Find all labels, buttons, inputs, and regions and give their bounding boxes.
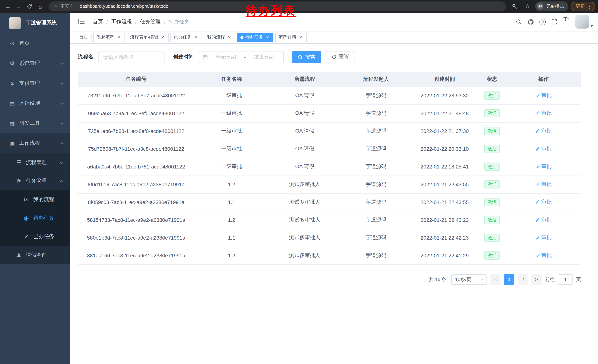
sidebar-item-done-tasks[interactable]: ✔ 已办任务	[0, 227, 70, 246]
tag-todo-tasks[interactable]: 待办任务 ×	[237, 32, 274, 42]
tag-process-detail[interactable]: 流程详情 ×	[275, 32, 307, 42]
sidebar-item-workflow[interactable]: ▣ 工作流程	[0, 133, 70, 153]
sidebar-item-infrastructure[interactable]: ▤ 基础设施	[0, 93, 70, 113]
tag-home[interactable]: 首页	[76, 32, 91, 42]
breadcrumb-item-workflow[interactable]: 工作流程	[111, 18, 132, 25]
cell-action: 审批	[506, 211, 581, 229]
cell-created: 2022-01-22 20:33:10	[411, 140, 478, 158]
page-size-select[interactable]: 10条/页 ▾	[451, 274, 487, 284]
key-icon[interactable]	[510, 1, 520, 11]
sidebar-item-devtools[interactable]: ▦ 研发工具	[0, 113, 70, 133]
process-name-input[interactable]	[98, 51, 165, 63]
breadcrumb-item-home[interactable]: 首页	[93, 18, 103, 25]
cell-task-name: 1.1	[194, 229, 269, 247]
tag-start-process[interactable]: 发起流程 ×	[93, 32, 125, 42]
update-label: 更新	[576, 3, 585, 9]
sidebar-item-my-process[interactable]: ✉ 我的流程	[0, 190, 70, 209]
breadcrumb-item-task-management[interactable]: 任务管理	[140, 18, 161, 25]
forward-icon[interactable]: →	[14, 1, 24, 11]
close-icon[interactable]: ×	[298, 35, 303, 40]
tag-my-process[interactable]: 我的流程 ×	[204, 32, 235, 42]
close-icon[interactable]: ×	[265, 35, 270, 40]
menu-kebab-icon[interactable]: ⋮	[587, 4, 592, 9]
logo-block[interactable]: 芋道管理系统	[0, 13, 70, 33]
home-icon[interactable]: ⌂	[35, 1, 45, 11]
goto-label: 前往	[545, 276, 555, 283]
close-icon[interactable]: ×	[160, 35, 165, 40]
avatar[interactable]	[575, 15, 589, 29]
sidebar-item-task-management[interactable]: ⚑ 任务管理	[0, 172, 70, 190]
cell-action: 审批	[506, 87, 581, 105]
start-date-placeholder[interactable]: 开始日期	[210, 54, 242, 60]
update-chip[interactable]: 更新 ⋮	[571, 2, 595, 11]
sidebar-item-leave-query[interactable]: ♟ 请假查询	[0, 246, 70, 264]
search-button[interactable]: 搜索	[292, 51, 321, 63]
prev-page-button[interactable]: <	[490, 274, 500, 284]
sidebar-item-label: 支付管理	[19, 80, 40, 87]
sidebar-toggle-icon[interactable]	[75, 13, 87, 31]
app-frame: 芋道管理系统 ⊙ 首页 ⚙ 系统管理 ¥ 支付管理 ▤ 基础设施	[0, 13, 598, 364]
page-size-value: 10条/页	[455, 276, 471, 283]
sidebar-item-process-management[interactable]: ☰ 流程管理	[0, 153, 70, 172]
status-badge: 激活	[484, 198, 500, 206]
cell-starter: 芋道源码	[341, 229, 411, 247]
reload-icon[interactable]	[25, 1, 34, 11]
approve-link[interactable]: 审批	[535, 163, 552, 170]
cell-created: 2022-01-21 22:43:55	[411, 193, 478, 211]
close-icon[interactable]: ×	[227, 35, 232, 40]
pencil-icon	[535, 129, 540, 133]
cell-starter: 芋道源码	[341, 176, 411, 193]
pencil-icon	[535, 253, 540, 258]
goto-page-input[interactable]	[558, 274, 573, 284]
tag-form-edit[interactable]: 流程表单-编辑 ×	[127, 32, 169, 42]
cell-process: OA 请假	[269, 105, 341, 122]
cell-process: OA 请假	[269, 122, 341, 140]
approve-link[interactable]: 审批	[535, 199, 552, 205]
cell-status: 激活	[478, 229, 506, 247]
user-menu[interactable]: ▾	[575, 15, 593, 29]
approve-link[interactable]: 审批	[535, 252, 552, 259]
sidebar-item-label: 首页	[19, 40, 30, 47]
approve-link[interactable]: 审批	[535, 217, 552, 223]
approve-link[interactable]: 审批	[535, 181, 552, 188]
cell-task-name: 1.2	[194, 211, 269, 229]
approve-link[interactable]: 审批	[535, 110, 552, 117]
bookmark-star-icon[interactable]: ☆	[523, 1, 532, 11]
page-button-1[interactable]: 1	[504, 274, 514, 284]
back-icon[interactable]: ←	[3, 1, 13, 11]
security-label[interactable]: 不安全	[60, 3, 74, 9]
cell-starter: 芋道源码	[341, 193, 411, 211]
sidebar-item-home[interactable]: ⊙ 首页	[0, 33, 70, 53]
github-icon[interactable]	[525, 16, 537, 28]
end-date-placeholder[interactable]: 结束日期	[248, 54, 280, 60]
cell-status: 激活	[478, 193, 506, 211]
help-icon[interactable]: ?	[537, 16, 548, 28]
tag-done-tasks[interactable]: 已办任务 ×	[170, 32, 202, 42]
page-button-2[interactable]: 2	[518, 274, 528, 284]
approve-link[interactable]: 审批	[535, 92, 552, 99]
cell-status: 激活	[478, 122, 506, 140]
close-icon[interactable]: ×	[193, 35, 199, 40]
navbar-tools: ? TT ▾	[513, 15, 593, 29]
approve-link[interactable]: 审批	[535, 146, 552, 152]
close-icon[interactable]: ×	[116, 35, 122, 40]
cell-starter: 芋道源码	[341, 211, 411, 229]
approve-link[interactable]: 审批	[535, 235, 552, 241]
cell-task-id: 8f0d1619-7ac8-11ec-a9e2-a2380e71991a	[78, 176, 194, 193]
chrome-right-cluster: ☆ 无痕模式 更新 ⋮	[510, 1, 595, 11]
next-page-button[interactable]: >	[531, 274, 542, 284]
font-size-icon[interactable]: TT	[560, 16, 572, 28]
sidebar-item-system[interactable]: ⚙ 系统管理	[0, 53, 70, 73]
sidebar-item-label: 待办任务	[33, 215, 54, 221]
reset-button[interactable]: 重置	[326, 51, 355, 63]
approve-link[interactable]: 审批	[535, 128, 552, 134]
cell-action: 审批	[506, 158, 581, 176]
sidebar-item-todo-tasks[interactable]: ◉ 待办任务	[0, 209, 70, 227]
monitor-icon: ▤	[8, 100, 17, 107]
cell-task-id: 580e1b3d-7ac8-11ec-a9e2-a2380e71991a	[78, 229, 194, 247]
search-icon[interactable]	[513, 16, 525, 28]
sidebar-item-payment[interactable]: ¥ 支付管理	[0, 73, 70, 93]
cell-status: 激活	[478, 158, 506, 176]
date-range-picker[interactable]: 开始日期 - 结束日期	[199, 51, 284, 63]
fullscreen-icon[interactable]	[548, 16, 560, 28]
